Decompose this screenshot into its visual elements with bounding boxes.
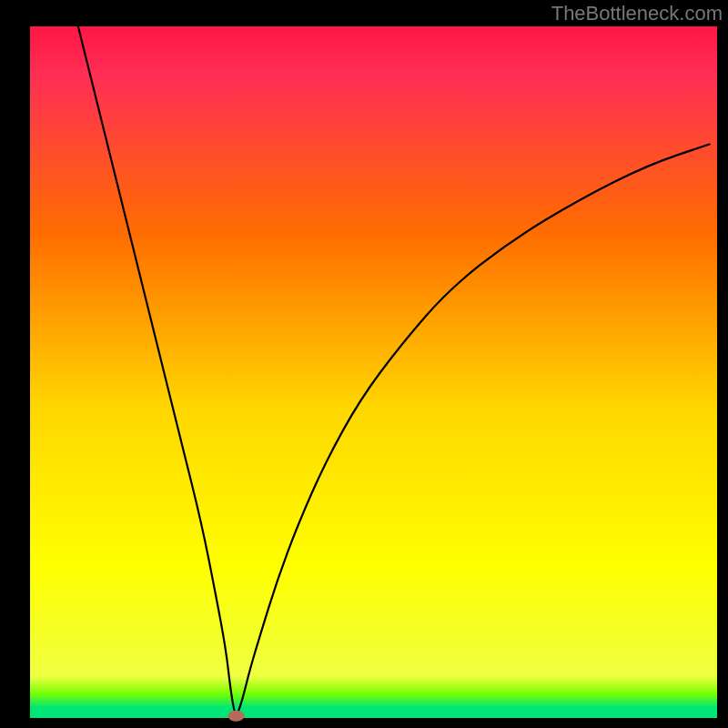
chart-frame [0,0,30,728]
chart-container [0,0,728,728]
watermark-text: TheBottleneck.com [551,2,723,25]
bottleneck-chart [0,0,728,728]
min-point-marker [228,711,245,722]
chart-frame [0,718,728,728]
plot-background [30,26,717,718]
chart-frame [717,0,728,728]
